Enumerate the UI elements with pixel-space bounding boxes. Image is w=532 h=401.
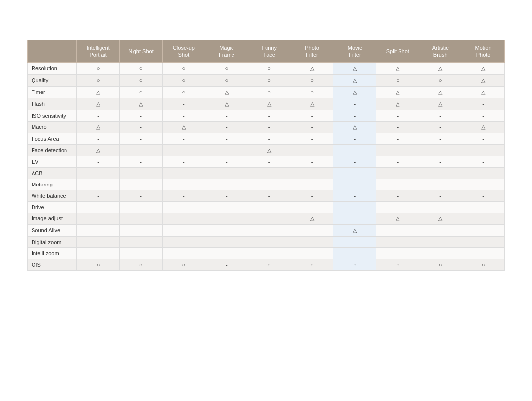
col-movie-header: MovieFilter bbox=[333, 40, 376, 63]
table-row: Image adjust-----△-△△- bbox=[28, 213, 505, 224]
cell-12-7: - bbox=[376, 201, 419, 213]
cell-11-4: - bbox=[248, 190, 291, 201]
cell-5-1: - bbox=[120, 121, 163, 133]
cell-6-1: - bbox=[120, 133, 163, 144]
cell-15-8: - bbox=[419, 236, 462, 247]
table-row: Drive---------- bbox=[28, 201, 505, 213]
cell-2-9: △ bbox=[462, 86, 505, 98]
cell-5-2: △ bbox=[162, 121, 205, 133]
cell-3-4: △ bbox=[248, 98, 291, 110]
col-night-header: Night Shot bbox=[120, 40, 163, 63]
cell-0-6: △ bbox=[333, 62, 376, 74]
table-row: Digital zoom---------- bbox=[28, 236, 505, 247]
cell-7-2: - bbox=[162, 144, 205, 156]
cell-6-6: - bbox=[333, 133, 376, 144]
row-label: Image adjust bbox=[28, 213, 77, 224]
cell-5-8: - bbox=[419, 121, 462, 133]
cell-11-1: - bbox=[120, 190, 163, 201]
cell-6-7: - bbox=[376, 133, 419, 144]
cell-17-8: ○ bbox=[419, 259, 462, 270]
cell-8-1: - bbox=[120, 156, 163, 167]
cell-16-8: - bbox=[419, 247, 462, 259]
row-label: Focus Area bbox=[28, 133, 77, 144]
table-body: Resolution○○○○○△△△△△Quality○○○○○○△○○△Tim… bbox=[28, 62, 505, 270]
table-row: Quality○○○○○○△○○△ bbox=[28, 74, 505, 86]
cell-2-4: ○ bbox=[248, 86, 291, 98]
cell-8-3: - bbox=[205, 156, 248, 167]
row-label: Resolution bbox=[28, 62, 77, 74]
table-row: White balance---------- bbox=[28, 190, 505, 201]
row-label: Quality bbox=[28, 74, 77, 86]
row-label: Intelli zoom bbox=[28, 247, 77, 259]
cell-4-5: - bbox=[291, 110, 333, 121]
cell-13-8: △ bbox=[419, 213, 462, 224]
cell-13-0: - bbox=[77, 213, 120, 224]
cell-11-8: - bbox=[419, 190, 462, 201]
cell-13-9: - bbox=[462, 213, 505, 224]
col-closeup-header: Close-upShot bbox=[162, 40, 205, 63]
cell-7-6: - bbox=[333, 144, 376, 156]
cell-13-4: - bbox=[248, 213, 291, 224]
row-label: Drive bbox=[28, 201, 77, 213]
cell-14-6: △ bbox=[333, 224, 376, 236]
cell-10-3: - bbox=[205, 179, 248, 190]
cell-9-7: - bbox=[376, 167, 419, 179]
cell-4-7: - bbox=[376, 110, 419, 121]
cell-8-2: - bbox=[162, 156, 205, 167]
cell-2-8: △ bbox=[419, 86, 462, 98]
cell-14-4: - bbox=[248, 224, 291, 236]
table-row: OIS○○○-○○○○○○ bbox=[28, 259, 505, 270]
cell-16-1: - bbox=[120, 247, 163, 259]
cell-0-2: ○ bbox=[162, 62, 205, 74]
cell-10-6: - bbox=[333, 179, 376, 190]
cell-7-3: - bbox=[205, 144, 248, 156]
cell-7-7: - bbox=[376, 144, 419, 156]
cell-15-6: - bbox=[333, 236, 376, 247]
cell-17-4: ○ bbox=[248, 259, 291, 270]
cell-11-7: - bbox=[376, 190, 419, 201]
row-label: Face detection bbox=[28, 144, 77, 156]
cell-6-5: - bbox=[291, 133, 333, 144]
cell-15-9: - bbox=[462, 236, 505, 247]
cell-8-8: - bbox=[419, 156, 462, 167]
row-label: Flash bbox=[28, 98, 77, 110]
row-label: Sound Alive bbox=[28, 224, 77, 236]
cell-4-2: - bbox=[162, 110, 205, 121]
cell-4-6: - bbox=[333, 110, 376, 121]
cell-17-9: ○ bbox=[462, 259, 505, 270]
cell-7-4: △ bbox=[248, 144, 291, 156]
cell-9-4: - bbox=[248, 167, 291, 179]
cell-5-0: △ bbox=[77, 121, 120, 133]
cell-15-5: - bbox=[291, 236, 333, 247]
cell-14-8: - bbox=[419, 224, 462, 236]
cell-5-7: - bbox=[376, 121, 419, 133]
cell-4-8: - bbox=[419, 110, 462, 121]
cell-3-6: - bbox=[333, 98, 376, 110]
cell-3-9: - bbox=[462, 98, 505, 110]
cell-15-3: - bbox=[205, 236, 248, 247]
cell-1-7: ○ bbox=[376, 74, 419, 86]
cell-0-0: ○ bbox=[77, 62, 120, 74]
cell-2-5: ○ bbox=[291, 86, 333, 98]
row-label: White balance bbox=[28, 190, 77, 201]
cell-12-4: - bbox=[248, 201, 291, 213]
cell-17-2: ○ bbox=[162, 259, 205, 270]
cell-0-3: ○ bbox=[205, 62, 248, 74]
cell-16-7: - bbox=[376, 247, 419, 259]
cell-3-5: △ bbox=[291, 98, 333, 110]
cell-0-4: ○ bbox=[248, 62, 291, 74]
cell-16-2: - bbox=[162, 247, 205, 259]
cell-9-1: - bbox=[120, 167, 163, 179]
cell-11-5: - bbox=[291, 190, 333, 201]
cell-8-4: - bbox=[248, 156, 291, 167]
cell-1-3: ○ bbox=[205, 74, 248, 86]
cell-7-5: - bbox=[291, 144, 333, 156]
cell-17-6: ○ bbox=[333, 259, 376, 270]
row-label: Digital zoom bbox=[28, 236, 77, 247]
cell-9-0: - bbox=[77, 167, 120, 179]
col-intelligent-header: IntelligentPortrait bbox=[77, 40, 120, 63]
cell-3-0: △ bbox=[77, 98, 120, 110]
cell-8-6: - bbox=[333, 156, 376, 167]
cell-14-1: - bbox=[120, 224, 163, 236]
cell-9-8: - bbox=[419, 167, 462, 179]
